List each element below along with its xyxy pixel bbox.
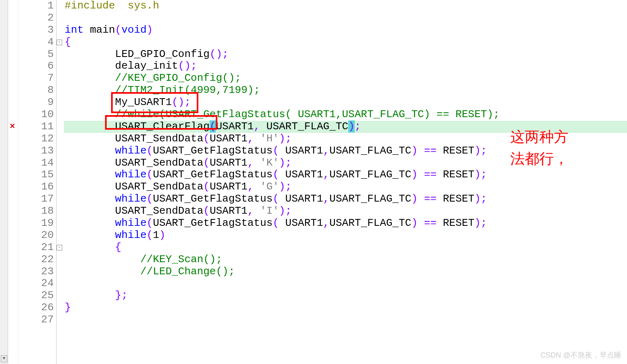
code-line[interactable]: { <box>64 242 627 254</box>
code-token: //LED_Change(); <box>140 265 235 278</box>
code-token: while <box>115 168 147 181</box>
code-token <box>65 72 115 84</box>
line-number: 21 <box>18 242 54 254</box>
code-line[interactable]: //while(USART_GetFlagStatus( USART1,USAR… <box>64 109 627 121</box>
code-line[interactable] <box>64 278 627 290</box>
code-line[interactable]: delay_init(); <box>64 60 627 72</box>
code-token: ( <box>203 205 210 217</box>
code-token: //TIM2_Init(4999,7199); <box>115 84 260 96</box>
code-token: while <box>115 193 147 205</box>
annotation-text: 这两种方 法都行， <box>510 126 568 170</box>
code-token: ( <box>273 217 279 229</box>
fold-toggle-icon[interactable]: - <box>57 40 62 45</box>
code-line[interactable]: //KEY_GPIO_Config(); <box>64 72 627 84</box>
code-token: delay_init <box>65 60 178 72</box>
code-line[interactable]: //KEY_Scan(); <box>64 254 627 266</box>
code-line[interactable]: while(USART_GetFlagStatus( USART1,USART_… <box>64 193 627 205</box>
code-token: USART_GetFlagStatus <box>153 145 272 157</box>
code-line[interactable]: } <box>64 302 627 314</box>
code-token <box>418 217 424 229</box>
line-number: 1 <box>18 0 54 12</box>
line-number: 24 <box>18 278 54 290</box>
code-token: 'G' <box>260 181 279 193</box>
line-number: 26 <box>18 302 54 314</box>
line-number: 23 <box>18 266 54 278</box>
code-token: (); <box>172 96 191 108</box>
line-number: 11 <box>18 121 54 133</box>
line-number: 17 <box>18 193 54 205</box>
code-token: //KEY_Scan(); <box>140 253 222 265</box>
code-line[interactable] <box>64 12 627 24</box>
line-number: 2 <box>18 12 54 24</box>
code-token: RESET <box>437 217 475 229</box>
code-line[interactable]: int main(void) <box>64 24 627 36</box>
code-token: 1 <box>153 229 159 241</box>
code-line[interactable]: while(1) <box>64 229 627 242</box>
line-number: 18 <box>18 205 54 217</box>
code-area[interactable]: #include sys.hint main(void){ LED_GPIO_C… <box>64 0 627 364</box>
code-token: USART1 <box>210 181 248 193</box>
code-line[interactable]: LED_GPIO_Config(); <box>64 48 627 61</box>
code-token: int <box>65 24 84 36</box>
line-number: 22 <box>18 254 54 266</box>
scroll-down-icon[interactable]: ▼ <box>1 355 7 362</box>
line-number: 5 <box>18 48 54 61</box>
code-editor[interactable]: ▼ × 123456789101112131415161718192021222… <box>0 0 627 364</box>
code-line[interactable]: USART_SendData(USART1, 'G'); <box>64 181 627 193</box>
code-token: USART_SendData <box>65 181 203 193</box>
code-line[interactable]: while(USART_GetFlagStatus( USART1,USART_… <box>64 169 627 181</box>
code-line[interactable]: My_USART1(); <box>64 97 627 109</box>
code-token: USART_GetFlagStatus <box>153 217 272 229</box>
code-token <box>254 133 260 145</box>
annotation-line-1: 这两种方 <box>510 126 568 148</box>
code-line[interactable]: //TIM2_Init(4999,7199); <box>64 84 627 97</box>
code-token <box>65 217 115 229</box>
code-token: ( <box>147 193 153 205</box>
code-line[interactable]: }; <box>64 290 627 302</box>
code-token: == <box>424 193 436 205</box>
code-line[interactable]: #include sys.h <box>64 0 627 12</box>
code-token: USART1 <box>279 217 323 229</box>
code-token <box>254 181 260 193</box>
code-token: USART1 <box>210 133 248 145</box>
code-token: }; <box>115 289 128 301</box>
error-marker-icon[interactable]: × <box>10 122 15 132</box>
code-token: ) <box>411 217 418 229</box>
code-token <box>65 289 115 301</box>
code-token: ) <box>147 24 153 36</box>
code-token: ); <box>279 133 292 145</box>
code-token: ( <box>147 229 153 241</box>
code-line[interactable]: USART_SendData(USART1, 'I'); <box>64 205 627 217</box>
code-token: , <box>323 217 330 229</box>
code-token: ); <box>474 145 487 157</box>
line-number: 16 <box>18 181 54 193</box>
code-token: USART1 <box>210 157 248 169</box>
line-number: 15 <box>18 169 54 181</box>
code-token: ( <box>147 217 153 229</box>
code-token: , <box>323 145 330 157</box>
code-token <box>65 168 115 181</box>
code-token <box>418 168 424 181</box>
code-token: RESET <box>437 193 475 205</box>
code-line[interactable]: while(USART_GetFlagStatus( USART1,USART_… <box>64 217 627 229</box>
code-token: ); <box>279 157 292 169</box>
code-line[interactable]: //LED_Change(); <box>64 266 627 278</box>
code-token: ); <box>474 193 487 205</box>
code-token: My_USART1 <box>65 96 172 108</box>
code-token: 'H' <box>260 133 279 145</box>
line-number: 25 <box>18 290 54 302</box>
code-line[interactable]: { <box>64 36 627 48</box>
line-number: 19 <box>18 217 54 229</box>
code-token: ; <box>355 120 361 133</box>
code-token <box>65 84 115 96</box>
fold-guide-column: -- <box>57 0 64 364</box>
code-token: USART1 <box>279 193 323 205</box>
code-token <box>65 145 115 157</box>
code-token: ( <box>147 145 153 157</box>
code-token: void <box>121 24 146 36</box>
code-token: == <box>424 145 436 157</box>
line-number: 27 <box>18 314 54 326</box>
code-line[interactable] <box>64 314 627 326</box>
fold-toggle-icon[interactable]: - <box>57 245 62 250</box>
code-token: RESET <box>437 145 475 157</box>
